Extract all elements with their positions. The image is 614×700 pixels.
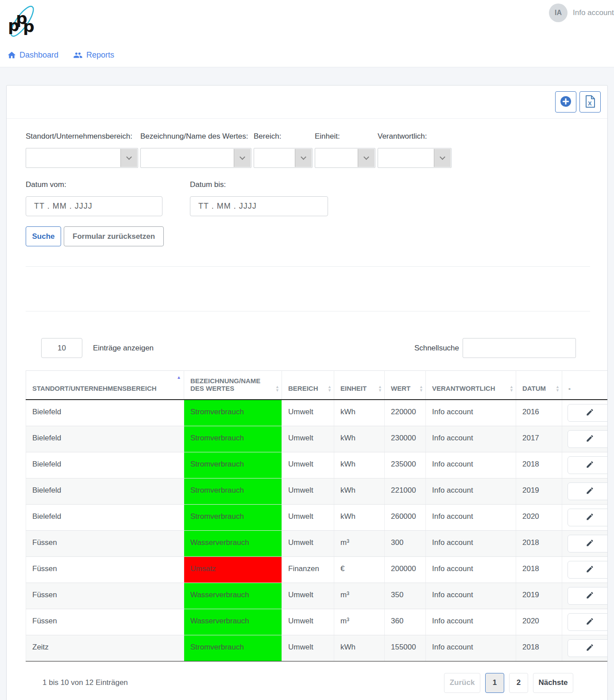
cell-actions <box>562 556 608 583</box>
svg-text:X: X <box>588 100 592 107</box>
edit-row-button[interactable] <box>568 482 608 500</box>
page-2-button[interactable]: 2 <box>509 673 528 693</box>
cell-standort: Bielefeld <box>26 452 184 478</box>
cell-verantwortlich: Info account <box>426 583 516 609</box>
pencil-icon <box>586 539 594 548</box>
cell-actions <box>562 400 608 426</box>
cell-wert: 200000 <box>385 556 426 583</box>
cell-standort: Bielefeld <box>26 426 184 452</box>
pencil-icon <box>586 460 594 470</box>
edit-row-button[interactable] <box>568 430 608 448</box>
edit-row-button[interactable] <box>568 535 608 552</box>
einheit-select[interactable] <box>315 148 375 168</box>
edit-row-button[interactable] <box>568 561 608 579</box>
cell-verantwortlich: Info account <box>426 530 516 556</box>
sort-icon: ▲▼ <box>275 385 279 392</box>
next-page-button[interactable]: Nächste <box>533 673 573 693</box>
page-size-select[interactable]: 10 <box>41 338 82 358</box>
data-table: STANDORT/UNTERNEHMENSBEREICH ▲ BEZEICHNU… <box>26 370 608 661</box>
column-header-wert[interactable]: WERT ▲▼ <box>385 371 426 400</box>
bereich-filter-label: Bereich: <box>254 132 313 141</box>
cell-datum: 2017 <box>516 426 562 452</box>
cell-verantwortlich: Info account <box>426 609 516 635</box>
svg-text:p: p <box>23 17 35 35</box>
edit-row-button[interactable] <box>568 456 608 474</box>
cell-verantwortlich: Info account <box>426 452 516 478</box>
cell-standort: Füssen <box>26 530 184 556</box>
pencil-icon <box>586 617 594 627</box>
column-header-bereich[interactable]: BEREICH ▲▼ <box>282 371 334 400</box>
account-menu[interactable]: IA Info account <box>549 4 614 22</box>
cell-bereich: Umwelt <box>282 426 334 452</box>
pencil-icon <box>586 434 594 444</box>
pagination: Zurück 1 2 Nächste <box>444 673 573 693</box>
cell-wert: 300 <box>385 530 426 556</box>
cell-standort: Bielefeld <box>26 400 184 426</box>
edit-row-button[interactable] <box>568 613 608 631</box>
quick-search-input[interactable] <box>463 338 576 358</box>
edit-row-button[interactable] <box>568 587 608 605</box>
edit-row-button[interactable] <box>568 404 608 422</box>
bereich-select[interactable] <box>254 148 313 168</box>
bezeichnung-select[interactable] <box>140 148 251 168</box>
cell-wert: 221000 <box>385 478 426 504</box>
column-header-standort[interactable]: STANDORT/UNTERNEHMENSBEREICH ▲ <box>26 371 184 400</box>
edit-row-button[interactable] <box>568 509 608 526</box>
column-header-einheit[interactable]: EINHEIT ▲▼ <box>334 371 385 400</box>
cell-einheit: kWh <box>334 635 385 661</box>
company-logo: p p p <box>6 4 38 43</box>
filter-panel: Standort/Unternehmensbereich: Bezeichnun… <box>7 119 607 266</box>
verantwortlich-select[interactable] <box>378 148 452 168</box>
table-row: Füssen Wasserverbrauch Umwelt m³ 350 Inf… <box>26 583 608 609</box>
table-header-row: STANDORT/UNTERNEHMENSBEREICH ▲ BEZEICHNU… <box>26 371 608 400</box>
cell-verantwortlich: Info account <box>426 478 516 504</box>
cell-datum: 2019 <box>516 478 562 504</box>
nav-reports-label: Reports <box>86 51 114 60</box>
bezeichnung-filter-label: Bezeichnung/Name des Wertes: <box>140 132 251 141</box>
date-from-input[interactable] <box>26 196 162 216</box>
table-row: Zeitz Stromverbrauch Umwelt kWh 155000 I… <box>26 635 608 661</box>
table-row: Füssen Wasserverbrauch Umwelt m³ 300 Inf… <box>26 530 608 556</box>
cell-bereich: Umwelt <box>282 635 334 661</box>
column-header-verantwortlich[interactable]: VERANTWORTLICH ▲▼ <box>426 371 516 400</box>
sort-icon: ▲▼ <box>378 385 382 392</box>
cell-bezeichnung: Stromverbrauch <box>184 400 282 426</box>
einheit-filter-label: Einheit: <box>315 132 375 141</box>
edit-row-button[interactable] <box>568 639 608 657</box>
cell-actions <box>562 530 608 556</box>
cell-actions <box>562 478 608 504</box>
cell-einheit: kWh <box>334 478 385 504</box>
column-header-datum[interactable]: DATUM ▲▼ <box>516 371 562 400</box>
cell-verantwortlich: Info account <box>426 504 516 530</box>
cell-datum: 2018 <box>516 635 562 661</box>
home-icon <box>7 51 16 60</box>
date-to-input[interactable] <box>190 196 328 216</box>
table-footer: 1 bis 10 von 12 Einträgen Zurück 1 2 Näc… <box>7 661 607 700</box>
reset-form-button[interactable]: Formular zurücksetzen <box>64 226 164 246</box>
sort-icon: ▲▼ <box>419 385 423 392</box>
previous-page-button[interactable]: Zurück <box>444 673 480 693</box>
column-header-actions: - <box>562 371 608 400</box>
cell-standort: Füssen <box>26 609 184 635</box>
standort-select[interactable] <box>26 148 138 168</box>
cell-bezeichnung: Stromverbrauch <box>184 452 282 478</box>
nav-dashboard-label: Dashboard <box>19 51 58 60</box>
cell-datum: 2018 <box>516 556 562 583</box>
page-1-button[interactable]: 1 <box>485 673 504 693</box>
card-toolbar: X <box>7 86 607 119</box>
cell-wert: 155000 <box>385 635 426 661</box>
table-row: Füssen Umsatz Finanzen € 200000 Info acc… <box>26 556 608 583</box>
add-entry-button[interactable] <box>555 91 576 113</box>
cell-einheit: m³ <box>334 609 385 635</box>
export-excel-button[interactable]: X <box>579 91 601 113</box>
pencil-icon <box>586 408 594 418</box>
cell-wert: 230000 <box>385 426 426 452</box>
plus-icon <box>560 95 572 109</box>
avatar[interactable]: IA <box>549 4 568 22</box>
nav-reports[interactable]: Reports <box>73 51 114 60</box>
column-header-bezeichnung[interactable]: BEZEICHNUNG/NAME DES WERTES ▲▼ <box>184 371 282 400</box>
nav-dashboard[interactable]: Dashboard <box>7 51 58 60</box>
sort-ascending-icon: ▲ <box>177 375 181 380</box>
cell-actions <box>562 452 608 478</box>
search-button[interactable]: Suche <box>26 226 61 246</box>
